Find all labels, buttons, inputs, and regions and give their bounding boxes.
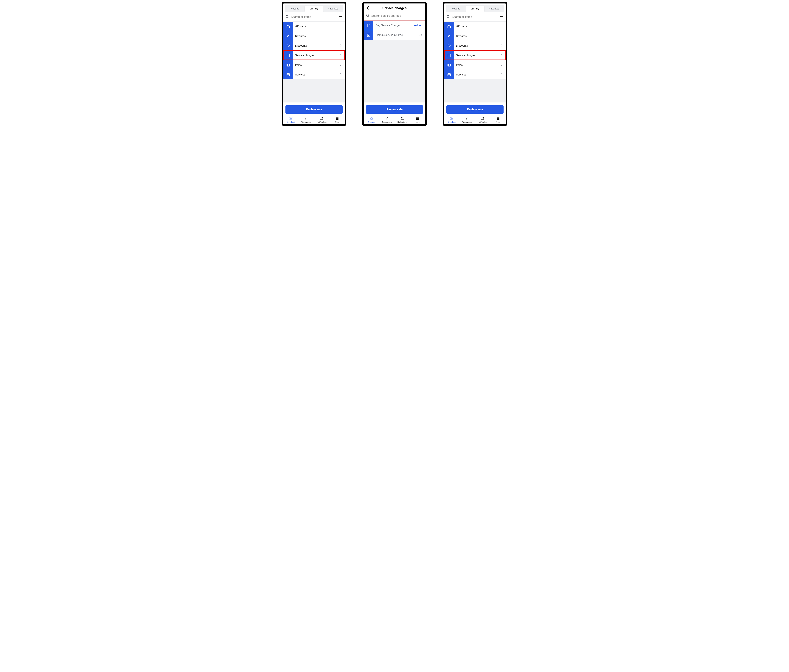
checkout-icon [289,117,293,120]
row-pickup-service-charge[interactable]: Pickup Service Charge 2% [364,30,425,40]
chevron-right-icon [501,73,506,76]
row-label: Discounts [293,44,340,47]
nav-checkout[interactable]: Checkout [283,117,299,123]
nav-label: Checkout [287,121,295,123]
rewards-icon [283,31,293,41]
tab-keypad[interactable]: Keypad [446,6,465,12]
bottom-area: Review sale Checkout Transactions Notifi… [283,102,345,124]
review-sale-button[interactable]: Review sale [286,105,343,114]
nav-transactions[interactable]: Transactions [299,117,314,123]
row-label: Rewards [454,35,506,38]
items-icon [283,60,293,70]
nav-more[interactable]: More [329,117,345,123]
tab-library[interactable]: Library [465,6,485,12]
services-icon [444,70,454,79]
chevron-right-icon [501,64,506,67]
search-icon [286,15,289,19]
chevron-right-icon [340,64,345,67]
row-label: Items [454,64,501,67]
add-item-icon[interactable] [500,15,503,19]
items-icon [444,60,454,70]
screen: Keypad Library Favorites Gift cards Rewa [283,3,345,124]
segmented-tabs-wrap: Keypad Library Favorites [444,3,506,14]
library-list-area: Gift cards Rewards Discounts Service [283,22,345,102]
page-title: Service charges [382,6,406,10]
row-services[interactable]: Services [283,70,345,79]
services-icon [283,70,293,79]
row-bag-service-charge[interactable]: Bag Service Charge Added [364,21,425,30]
review-sale-button[interactable]: Review sale [366,105,423,114]
row-gift-cards[interactable]: Gift cards [283,22,345,31]
search-bar [283,14,345,21]
nav-label: Notifications [398,121,407,123]
row-label: Service charges [293,54,340,57]
row-service-charges[interactable]: Service charges [444,51,506,60]
nav-more[interactable]: More [410,117,425,123]
library-list-area: Gift cards Rewards Discounts Service [444,22,506,102]
checkout-icon [370,117,373,120]
row-rewards[interactable]: Rewards [283,31,345,41]
screen: Service charges Bag Service Charge Added… [364,3,425,124]
segmented-tabs-wrap: Keypad Library Favorites [283,3,345,14]
chevron-right-icon [340,44,345,47]
tab-favorites[interactable]: Favorites [484,6,503,12]
row-services[interactable]: Services [444,70,506,79]
review-sale-wrap: Review sale [444,102,506,115]
transactions-icon [305,117,308,120]
row-items[interactable]: Items [444,60,506,70]
chevron-right-icon [340,73,345,76]
review-sale-wrap: Review sale [283,102,345,115]
tab-favorites[interactable]: Favorites [324,6,343,12]
row-items[interactable]: Items [283,60,345,70]
screen: Keypad Library Favorites Gift cards Rewa [444,3,506,124]
search-bar [444,14,506,21]
row-label: Rewards [293,35,345,38]
bottom-nav: Checkout Transactions Notifications More [283,115,345,124]
back-button[interactable] [366,6,370,11]
row-label: Gift cards [454,25,506,28]
row-discounts[interactable]: Discounts [283,41,345,51]
row-rewards[interactable]: Rewards [444,31,506,41]
nav-label: Transactions [302,121,311,123]
menu-icon [416,117,419,120]
nav-checkout[interactable]: Checkout [444,117,460,123]
search-input[interactable] [452,15,498,19]
detail-header: Service charges [364,3,425,13]
row-label: Items [293,64,340,67]
segmented-tabs: Keypad Library Favorites [446,5,504,12]
row-label: Pickup Service Charge [373,34,418,37]
chevron-right-icon [340,54,345,57]
search-icon [446,15,450,19]
tab-keypad[interactable]: Keypad [286,6,305,12]
menu-icon [496,117,500,120]
nav-notifications[interactable]: Notifications [475,117,490,123]
chevron-right-icon [501,54,506,57]
service-charges-list: Bag Service Charge Added Pickup Service … [364,21,425,40]
search-input[interactable] [291,15,337,19]
row-discounts[interactable]: Discounts [444,41,506,51]
nav-transactions[interactable]: Transactions [379,117,394,123]
review-sale-button[interactable]: Review sale [446,105,503,114]
transactions-icon [385,117,388,120]
nav-more[interactable]: More [490,117,506,123]
service-charges-list-area: Bag Service Charge Added Pickup Service … [364,21,425,102]
tab-library[interactable]: Library [305,6,324,12]
row-label: Services [293,73,340,76]
percent-value: 2% [418,34,425,37]
row-service-charges[interactable]: Service charges [283,51,345,60]
nav-checkout[interactable]: Checkout [364,117,379,123]
review-sale-wrap: Review sale [364,102,425,115]
nav-notifications[interactable]: Notifications [314,117,329,123]
search-input[interactable] [371,14,423,18]
row-label: Service charges [454,54,501,57]
add-item-icon[interactable] [339,15,343,19]
phone-service-charges: Service charges Bag Service Charge Added… [362,2,427,126]
service-charges-icon [444,51,454,60]
nav-notifications[interactable]: Notifications [394,117,410,123]
notifications-icon [481,117,484,120]
nav-label: Checkout [368,121,375,123]
nav-transactions[interactable]: Transactions [460,117,475,123]
gift-card-icon [444,22,454,31]
discounts-icon [283,41,293,51]
row-gift-cards[interactable]: Gift cards [444,22,506,31]
